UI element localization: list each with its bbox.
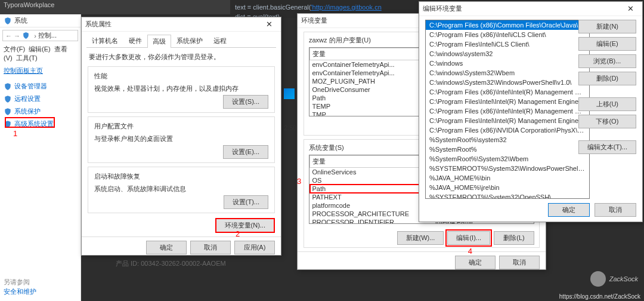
apply-button[interactable]: 应用(A) bbox=[234, 241, 275, 254]
tab-0[interactable]: 计算机名 bbox=[86, 34, 123, 47]
new-button[interactable]: 新建(N) bbox=[578, 20, 636, 33]
list-item[interactable]: C:\Program Files (x86)\Intel\Intel(R) Ma… bbox=[426, 87, 589, 97]
shield-icon bbox=[4, 108, 12, 116]
close-icon[interactable]: ✕ bbox=[261, 19, 277, 30]
cancel-button[interactable]: 取消 bbox=[595, 203, 636, 217]
address-bar[interactable]: ← → › 控制... bbox=[2, 30, 78, 41]
path-list[interactable]: C:\Program Files (x86)\Common Files\Orac… bbox=[425, 20, 590, 199]
list-item[interactable]: C:\Program Files (x86)\Intel\Intel(R) Ma… bbox=[426, 106, 589, 116]
list-item[interactable]: C:\Program Files\Intel\Intel(R) Manageme… bbox=[426, 97, 589, 106]
perf-desc: 视觉效果，处理器计划，内存使用，以及虚拟内存 bbox=[94, 84, 268, 93]
environment-variables-button[interactable]: 环境变量(N)... bbox=[215, 218, 275, 233]
boot-settings-button[interactable]: 设置(T)... bbox=[224, 195, 268, 209]
edit-button[interactable]: 编辑(E) bbox=[578, 37, 636, 51]
user-desc: 与登录帐户相关的桌面设置 bbox=[94, 134, 268, 143]
admin-note: 要进行大多数更改，你必须作为管理员登录。 bbox=[89, 53, 220, 60]
list-item[interactable]: %JAVA_HOME%\jre\bin bbox=[426, 183, 589, 192]
dialog-title: 编辑环境变量 bbox=[423, 4, 462, 13]
tabs: 计算机名硬件高级系统保护远程 bbox=[86, 34, 276, 48]
tab-2[interactable]: 高级 bbox=[147, 35, 171, 48]
watermark: ZackSock bbox=[590, 271, 638, 287]
marker-3: 3 bbox=[297, 177, 301, 186]
ok-button[interactable]: 确定 bbox=[455, 256, 496, 269]
list-item[interactable]: C:\windows\System32\WindowsPowerShell\v1… bbox=[426, 78, 589, 87]
close-icon[interactable]: ✕ bbox=[622, 3, 639, 15]
marker-1: 1 bbox=[13, 129, 17, 138]
list-item[interactable]: C:\Program Files (x86)\NVIDIA Corporatio… bbox=[426, 125, 589, 135]
list-item[interactable]: C:\Program Files (x86)\Intel\iCLS Client… bbox=[426, 30, 589, 39]
menu-bar[interactable]: 文件(F)编辑(E)查看(V)工具(T) bbox=[0, 44, 80, 64]
list-item[interactable]: C:\windows\system32 bbox=[426, 49, 589, 59]
dialog-title: 系统属性 bbox=[85, 20, 112, 29]
dialog-title: 环境变量 bbox=[301, 16, 327, 25]
cancel-button[interactable]: 取消 bbox=[499, 256, 540, 269]
sidebar-item-label: 系统保护 bbox=[14, 107, 41, 116]
list-item[interactable]: %SystemRoot%\system32 bbox=[426, 135, 589, 145]
control-panel-sidebar: 系统 ← → › 控制... 文件(F)编辑(E)查看(V)工具(T) 控制面板… bbox=[0, 14, 81, 301]
sidebar-item[interactable]: 高级系统设置 bbox=[0, 118, 80, 130]
sidebar-item[interactable]: 系统保护 bbox=[0, 105, 80, 118]
list-item[interactable]: %SYSTEMROOT%\System32\OpenSSH\ bbox=[426, 192, 589, 199]
control-panel-home-link[interactable]: 控制面板主页 bbox=[0, 64, 80, 78]
product-id: 产品 ID: 00342-30262-00002-AAOEM bbox=[116, 259, 226, 268]
list-item[interactable]: C:\Program Files (x86)\Common Files\Orac… bbox=[426, 20, 589, 30]
panel-title: 系统 bbox=[14, 16, 27, 25]
delete-button[interactable]: 删除(L) bbox=[494, 231, 534, 245]
new-button[interactable]: 新建(W)... bbox=[397, 231, 444, 245]
system-properties-dialog: 系统属性 ✕ 计算机名硬件高级系统保护远程 要进行大多数更改，你必须作为管理员登… bbox=[81, 17, 281, 256]
move-down-button[interactable]: 下移(O) bbox=[578, 115, 636, 128]
edit-env-var-dialog: 编辑环境变量 ✕ C:\Program Files (x86)\Common F… bbox=[419, 1, 643, 222]
list-item[interactable]: C:\windows\System32\Wbem bbox=[426, 68, 589, 78]
shield-icon bbox=[22, 32, 30, 39]
edit-button[interactable]: 编辑(I)... bbox=[447, 231, 490, 245]
sidebar-item-label: 远程设置 bbox=[14, 94, 41, 103]
nav-list: 设备管理器远程设置系统保护高级系统设置 bbox=[0, 78, 80, 133]
marker-2: 2 bbox=[236, 229, 240, 238]
user-settings-button[interactable]: 设置(E)... bbox=[223, 145, 268, 159]
blog-url: https://blog.csdn.net/ZackSock bbox=[559, 293, 640, 300]
shield-icon bbox=[4, 82, 12, 91]
move-up-button[interactable]: 上移(U) bbox=[578, 97, 636, 111]
tab-1[interactable]: 硬件 bbox=[123, 34, 147, 47]
perf-settings-button[interactable]: 设置(S)... bbox=[223, 95, 268, 109]
browse-button[interactable]: 浏览(B)... bbox=[578, 54, 636, 68]
shield-icon bbox=[4, 95, 12, 103]
shield-icon bbox=[4, 17, 12, 25]
sidebar-item-label: 设备管理器 bbox=[14, 82, 47, 91]
cancel-button[interactable]: 取消 bbox=[190, 241, 231, 254]
windows-logo-icon bbox=[284, 88, 295, 99]
version-label: 2.50 bbox=[284, 124, 296, 131]
sidebar-item-label: 高级系统设置 bbox=[14, 119, 54, 128]
user-legend: 用户配置文件 bbox=[94, 122, 268, 131]
list-item[interactable]: C:\Program Files\Intel\iCLS Client\ bbox=[426, 39, 589, 49]
shield-icon bbox=[4, 120, 12, 128]
security-link[interactable]: 安全和维护 bbox=[4, 287, 36, 296]
see-also-label: 另请参阅 bbox=[4, 278, 30, 287]
marker-4: 4 bbox=[468, 247, 472, 256]
sidebar-item[interactable]: 远程设置 bbox=[0, 93, 80, 105]
delete-button[interactable]: 删除(D) bbox=[578, 72, 636, 85]
ok-button[interactable]: 确定 bbox=[146, 241, 187, 254]
perf-legend: 性能 bbox=[94, 72, 268, 81]
sidebar-item[interactable]: 设备管理器 bbox=[0, 80, 80, 93]
edit-text-button[interactable]: 编辑文本(T)... bbox=[578, 140, 636, 154]
list-item[interactable]: C:\Program Files\Intel\Intel(R) Manageme… bbox=[426, 116, 589, 125]
list-item[interactable]: %SystemRoot%\System32\Wbem bbox=[426, 154, 589, 164]
list-item[interactable]: %SystemRoot% bbox=[426, 145, 589, 154]
boot-desc: 系统启动、系统故障和调试信息 bbox=[94, 185, 268, 194]
wechat-icon bbox=[590, 271, 606, 287]
boot-legend: 启动和故障恢复 bbox=[94, 172, 268, 181]
ok-button[interactable]: 确定 bbox=[548, 203, 590, 217]
list-item[interactable]: %JAVA_HOME%\bin bbox=[426, 173, 589, 183]
list-item[interactable]: %SYSTEMROOT%\System32\WindowsPowerShell\… bbox=[426, 164, 589, 173]
tab-3[interactable]: 系统保护 bbox=[171, 34, 208, 47]
list-item[interactable]: C:\windows bbox=[426, 59, 589, 68]
tab-4[interactable]: 远程 bbox=[208, 34, 232, 47]
